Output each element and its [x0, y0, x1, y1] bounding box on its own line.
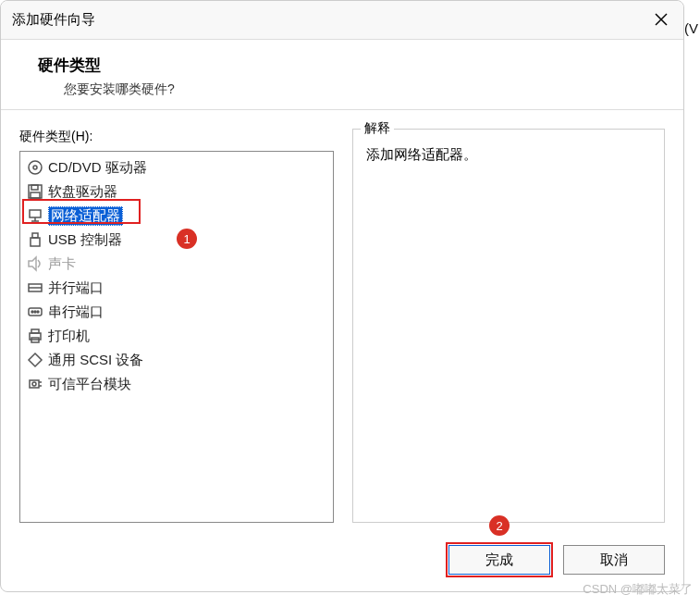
finish-button[interactable]: 完成 [448, 545, 550, 575]
network-icon [26, 206, 44, 225]
header-title: 硬件类型 [38, 55, 657, 76]
outside-text: (V [684, 20, 698, 36]
dialog-title: 添加硬件向导 [12, 11, 95, 29]
svg-point-17 [34, 311, 36, 313]
close-icon [655, 13, 668, 30]
list-item-printer[interactable]: 打印机 [22, 324, 331, 348]
disc-icon [26, 158, 44, 177]
serial-icon [26, 303, 44, 321]
svg-point-2 [29, 161, 42, 174]
explanation-panel: 解释 添加网络适配器。 [352, 129, 665, 523]
svg-rect-23 [30, 380, 39, 388]
svg-rect-11 [31, 238, 40, 246]
list-item-parallel[interactable]: 并行端口 [22, 276, 331, 300]
hardware-type-listbox[interactable]: CD/DVD 驱动器软盘驱动器网络适配器USB 控制器声卡并行端口串行端口打印机… [19, 151, 334, 523]
svg-marker-22 [29, 353, 42, 366]
list-item-label: 打印机 [48, 328, 90, 345]
parallel-icon [26, 279, 44, 297]
list-item-tpm[interactable]: 可信平台模块 [22, 372, 331, 396]
close-button[interactable] [646, 8, 676, 34]
floppy-icon [26, 182, 44, 201]
svg-point-26 [32, 382, 36, 386]
list-item-label: 可信平台模块 [48, 376, 131, 393]
svg-point-3 [33, 166, 37, 169]
list-item-label: CD/DVD 驱动器 [48, 159, 147, 177]
printer-icon [26, 327, 44, 345]
list-item-label: 串行端口 [48, 304, 104, 321]
usb-icon [26, 230, 44, 249]
explanation-label: 解释 [361, 120, 394, 137]
list-item-floppy[interactable]: 软盘驱动器 [22, 180, 331, 204]
hardware-type-panel: 硬件类型(H): CD/DVD 驱动器软盘驱动器网络适配器USB 控制器声卡并行… [19, 129, 334, 523]
add-hardware-wizard-dialog: 添加硬件向导 硬件类型 您要安装哪类硬件? 硬件类型(H): CD/DVD 驱动… [0, 0, 684, 592]
list-item-scsi[interactable]: 通用 SCSI 设备 [22, 348, 331, 372]
svg-point-16 [31, 311, 33, 313]
wizard-header: 硬件类型 您要安装哪类硬件? [1, 40, 683, 110]
svg-marker-12 [29, 257, 36, 270]
titlebar: 添加硬件向导 [1, 1, 683, 40]
list-item-disc[interactable]: CD/DVD 驱动器 [22, 155, 331, 180]
cancel-button[interactable]: 取消 [563, 545, 665, 575]
list-item-label: 软盘驱动器 [48, 183, 117, 201]
sound-icon [26, 254, 44, 273]
list-item-label: 通用 SCSI 设备 [48, 352, 143, 369]
hardware-type-label: 硬件类型(H): [19, 129, 334, 145]
content-area: 硬件类型(H): CD/DVD 驱动器软盘驱动器网络适配器USB 控制器声卡并行… [1, 110, 683, 532]
list-item-serial[interactable]: 串行端口 [22, 300, 331, 324]
list-item-sound: 声卡 [22, 252, 331, 276]
list-item-label: 声卡 [48, 255, 76, 273]
scsi-icon [26, 351, 44, 369]
svg-rect-5 [31, 185, 38, 190]
svg-rect-6 [31, 192, 40, 198]
tpm-icon [26, 375, 44, 393]
dialog-footer: 完成 取消 [1, 532, 683, 591]
header-subtitle: 您要安装哪类硬件? [64, 81, 657, 98]
svg-rect-20 [31, 329, 39, 333]
svg-point-18 [37, 311, 39, 313]
list-item-network[interactable]: 网络适配器 [22, 204, 331, 228]
list-item-label: 网络适配器 [48, 206, 123, 226]
explanation-fieldset: 解释 添加网络适配器。 [352, 129, 665, 523]
list-item-usb[interactable]: USB 控制器 [22, 228, 331, 252]
svg-rect-7 [30, 210, 41, 217]
list-item-label: USB 控制器 [48, 231, 122, 249]
list-item-label: 并行端口 [48, 279, 104, 297]
explanation-text: 添加网络适配器。 [366, 146, 651, 164]
